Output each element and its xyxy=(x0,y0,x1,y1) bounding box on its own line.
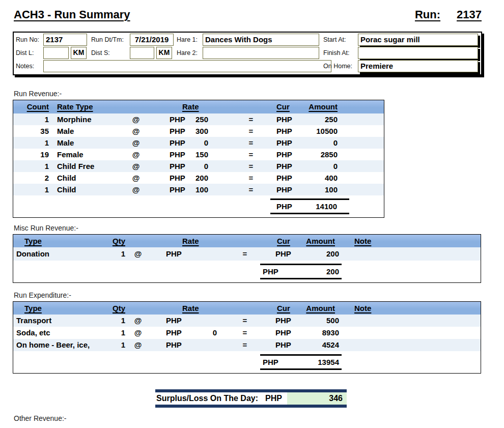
dist-l-input[interactable] xyxy=(43,47,69,59)
cell-count: 19 xyxy=(13,149,49,160)
cell-count: 2 xyxy=(13,172,49,184)
cell-rate: 0 xyxy=(191,160,208,172)
cell-rate-type: Child Free xyxy=(49,160,123,172)
table-row: 1Child Free@PHP0=PHP0 xyxy=(13,160,384,172)
section-label-misc-revenue: Misc Run Revenue:- xyxy=(14,224,78,232)
run-dt-input[interactable]: 7/21/2019 xyxy=(130,34,174,46)
start-at-input[interactable]: Porac sugar mill xyxy=(358,34,478,46)
header-rate: Rate xyxy=(182,100,199,113)
table-row: 35Male@PHP300=PHP10500 xyxy=(13,125,384,137)
run-revenue-total-row: PHP 14100 xyxy=(270,198,349,214)
total-amount: 13954 xyxy=(318,356,339,368)
cell-currency: PHP xyxy=(274,172,306,184)
cell-rate xyxy=(197,315,217,327)
hare1-input[interactable]: Dances With Dogs xyxy=(203,34,319,46)
header-amount: Amount xyxy=(306,235,335,247)
cell-rate-currency: PHP xyxy=(149,160,191,172)
hare2-input[interactable] xyxy=(203,47,319,59)
cell-equals: = xyxy=(208,125,274,137)
cell-count: 1 xyxy=(13,137,49,149)
cell-equals: = xyxy=(208,113,274,125)
cell-equals: = xyxy=(208,172,274,184)
run-summary-sheet: ACH3 - Run Summary Run: 2137 Run No: 213… xyxy=(0,0,504,428)
misc-revenue-total-row: PHP 200 xyxy=(260,264,342,279)
table-row: On home - Beer, ice,1@PHP=PHP4524 xyxy=(13,339,481,351)
cell-at-sign: @ xyxy=(125,315,151,327)
header-cur: Cur xyxy=(276,100,290,113)
table-row: 2Child@PHP200=PHP400 xyxy=(13,172,384,184)
header-rate-type: Rate Type xyxy=(57,100,93,113)
run-expenditure-header-row: Type Qty Rate Cur Amount Note xyxy=(13,302,481,315)
cell-rate-type: Child xyxy=(49,184,123,195)
hare2-label: Hare 2: xyxy=(177,47,198,59)
header-count: Count xyxy=(13,100,49,113)
header-qty: Qty xyxy=(105,302,125,315)
cell-amount: 500 xyxy=(306,315,339,327)
dist-s-label: Dist S: xyxy=(91,47,110,59)
section-label-run-expenditure: Run Expenditure:- xyxy=(14,291,71,299)
dist-s-input[interactable] xyxy=(130,47,154,59)
table-row: Soda, etc1@PHP0=PHP8930 xyxy=(13,327,481,339)
cell-amount: 4524 xyxy=(306,339,339,351)
cell-rate xyxy=(197,247,217,261)
on-home-label: On Home: xyxy=(323,60,352,72)
run-info-form: Run No: 2137 Run Dt/Tm: 7/21/2019 Hare 1… xyxy=(13,32,482,75)
surplus-amount: 346 xyxy=(287,392,347,405)
cell-count: 1 xyxy=(13,184,49,195)
cell-currency: PHP xyxy=(274,137,306,149)
cell-equals: = xyxy=(217,247,273,261)
cell-rate-currency: PHP xyxy=(151,339,197,351)
cell-rate: 300 xyxy=(191,125,208,137)
cell-rate: 0 xyxy=(191,137,208,149)
cell-rate: 150 xyxy=(191,149,208,160)
cell-rate: 250 xyxy=(191,113,208,125)
dist-l-label: Dist L: xyxy=(16,47,34,59)
cell-rate-type: Morphine xyxy=(49,113,123,125)
surplus-loss-bar: Surplus/Loss On The Day: PHP 346 xyxy=(155,389,347,408)
cell-note xyxy=(339,315,481,327)
header-qty: Qty xyxy=(105,235,125,247)
cell-rate-type: Female xyxy=(49,149,123,160)
cell-equals: = xyxy=(217,339,273,351)
run-no-input[interactable]: 2137 xyxy=(43,34,87,46)
cell-rate-currency: PHP xyxy=(149,125,191,137)
header-note: Note xyxy=(354,302,371,315)
cell-currency: PHP xyxy=(274,149,306,160)
cell-currency: PHP xyxy=(273,339,306,351)
cell-rate-currency: PHP xyxy=(149,184,191,195)
cell-equals: = xyxy=(208,137,274,149)
header-cur: Cur xyxy=(277,302,290,315)
table-row: Transport1@PHP=PHP500 xyxy=(13,315,481,327)
table-row: 1Morphine@PHP250=PHP250 xyxy=(13,113,384,125)
cell-rate-currency: PHP xyxy=(151,327,197,339)
run-number: 2137 xyxy=(457,8,482,21)
cell-qty: 1 xyxy=(105,327,125,339)
cell-amount: 400 xyxy=(306,172,338,184)
run-label: Run: xyxy=(415,8,440,21)
cell-at-sign: @ xyxy=(123,137,149,149)
header-amount: Amount xyxy=(306,302,335,315)
total-currency: PHP xyxy=(263,356,278,368)
header-rate: Rate xyxy=(182,302,199,315)
start-at-label: Start At: xyxy=(323,34,346,46)
table-row: Donation1@PHP=PHP200 xyxy=(13,247,481,261)
cell-qty: 1 xyxy=(105,339,125,351)
cell-amount: 0 xyxy=(306,137,338,149)
cell-rate-currency: PHP xyxy=(149,172,191,184)
run-expenditure-total-row: PHP 13954 xyxy=(260,354,342,370)
cell-at-sign: @ xyxy=(123,125,149,137)
cell-currency: PHP xyxy=(273,247,306,261)
cell-at-sign: @ xyxy=(123,160,149,172)
notes-input[interactable] xyxy=(43,60,331,72)
cell-equals: = xyxy=(208,160,274,172)
total-currency: PHP xyxy=(263,265,278,278)
surplus-currency: PHP xyxy=(265,394,282,403)
on-home-input[interactable]: Premiere xyxy=(358,60,478,72)
finish-at-input[interactable] xyxy=(358,47,478,59)
cell-at-sign: @ xyxy=(123,113,149,125)
cell-count: 1 xyxy=(13,113,49,125)
dist-l-unit: KM xyxy=(71,47,87,59)
cell-amount: 0 xyxy=(306,160,338,172)
table-row: 1Male@PHP0=PHP0 xyxy=(13,137,384,149)
section-label-other-revenue: Other Revenue:- xyxy=(14,414,67,422)
